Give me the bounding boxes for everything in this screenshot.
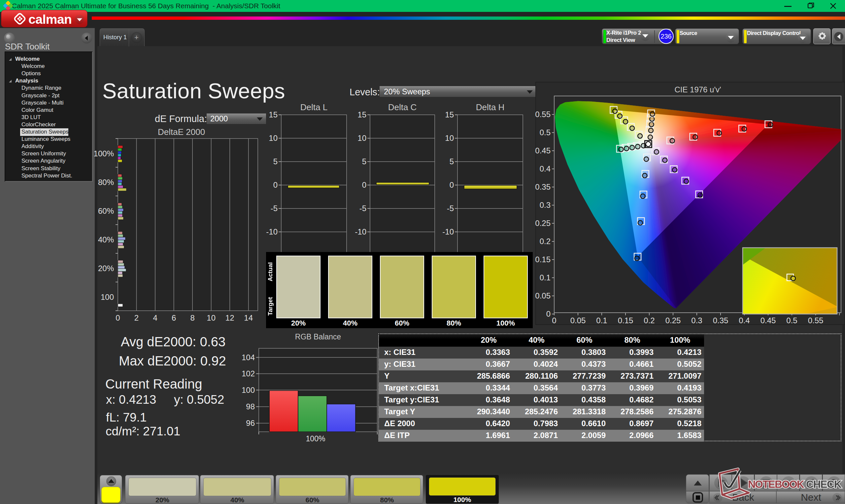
- svg-text:60%: 60%: [98, 206, 114, 215]
- svg-text:100%: 100%: [306, 434, 325, 443]
- svg-text:2: 2: [134, 313, 139, 322]
- svg-text:0.25: 0.25: [535, 219, 550, 228]
- svg-text:0.15: 0.15: [535, 255, 550, 264]
- svg-text:0.4: 0.4: [739, 316, 750, 325]
- svg-text:0: 0: [552, 316, 556, 325]
- svg-text:14: 14: [244, 313, 253, 322]
- svg-text:0.15: 0.15: [618, 316, 633, 325]
- svg-text:0.2: 0.2: [644, 316, 654, 325]
- svg-text:20%: 20%: [98, 264, 114, 273]
- svg-text:10: 10: [357, 133, 366, 143]
- svg-text:Delta L: Delta L: [300, 102, 328, 112]
- svg-text:100: 100: [101, 292, 114, 302]
- svg-text:15: 15: [357, 110, 366, 119]
- svg-text:96: 96: [246, 418, 255, 428]
- svg-text:CIE 1976 u'v': CIE 1976 u'v': [674, 85, 721, 94]
- svg-text:0.55: 0.55: [535, 110, 550, 119]
- svg-text:-10: -10: [266, 227, 278, 236]
- svg-text:15: 15: [445, 110, 454, 119]
- svg-text:NOTEBOOK: NOTEBOOK: [748, 478, 805, 490]
- svg-text:0.55: 0.55: [808, 316, 824, 325]
- svg-text:8: 8: [190, 313, 194, 322]
- svg-text:15: 15: [269, 110, 278, 119]
- svg-text:10: 10: [269, 133, 278, 143]
- svg-text:80%: 80%: [98, 178, 114, 187]
- svg-text:0.25: 0.25: [666, 316, 681, 325]
- svg-text:0.35: 0.35: [535, 182, 550, 191]
- svg-text:5: 5: [273, 157, 278, 166]
- svg-text:6: 6: [172, 313, 176, 322]
- svg-text:-5: -5: [359, 204, 366, 213]
- svg-text:102: 102: [242, 369, 255, 378]
- svg-text:0: 0: [116, 313, 120, 322]
- svg-text:0.2: 0.2: [540, 237, 550, 246]
- svg-text:0: 0: [450, 180, 454, 189]
- svg-text:Delta C: Delta C: [388, 102, 417, 112]
- svg-text:10: 10: [445, 133, 454, 143]
- svg-text:0.3: 0.3: [540, 200, 550, 210]
- svg-text:12: 12: [226, 313, 234, 322]
- svg-text:-10: -10: [355, 227, 366, 236]
- svg-text:-10: -10: [442, 227, 454, 236]
- svg-text:0.05: 0.05: [535, 291, 550, 300]
- svg-text:RGB Balance: RGB Balance: [295, 332, 341, 341]
- svg-text:0: 0: [362, 180, 366, 189]
- svg-text:0: 0: [546, 309, 550, 318]
- svg-text:0.1: 0.1: [596, 316, 607, 325]
- svg-text:100%: 100%: [94, 149, 114, 158]
- svg-text:-5: -5: [271, 204, 278, 213]
- svg-text:5: 5: [450, 157, 454, 166]
- svg-text:0.1: 0.1: [540, 273, 550, 282]
- svg-text:0.5: 0.5: [540, 128, 550, 137]
- svg-text:10: 10: [207, 313, 215, 322]
- svg-text:Delta H: Delta H: [476, 102, 505, 112]
- svg-text:0.35: 0.35: [713, 316, 728, 325]
- svg-text:0.45: 0.45: [535, 146, 550, 155]
- svg-text:0.3: 0.3: [691, 316, 702, 325]
- svg-text:-5: -5: [447, 204, 454, 213]
- svg-text:104: 104: [242, 353, 255, 362]
- svg-text:98: 98: [246, 402, 255, 411]
- svg-text:0.5: 0.5: [786, 316, 797, 325]
- svg-text:0.4: 0.4: [540, 164, 550, 173]
- svg-text:40%: 40%: [98, 235, 114, 244]
- svg-text:0.05: 0.05: [570, 316, 586, 325]
- svg-text:4: 4: [153, 313, 157, 322]
- svg-text:0: 0: [273, 180, 278, 189]
- svg-text:100: 100: [242, 385, 255, 395]
- svg-text:0.45: 0.45: [760, 316, 776, 325]
- svg-text:CHECK: CHECK: [806, 478, 842, 490]
- svg-text:5: 5: [362, 157, 366, 166]
